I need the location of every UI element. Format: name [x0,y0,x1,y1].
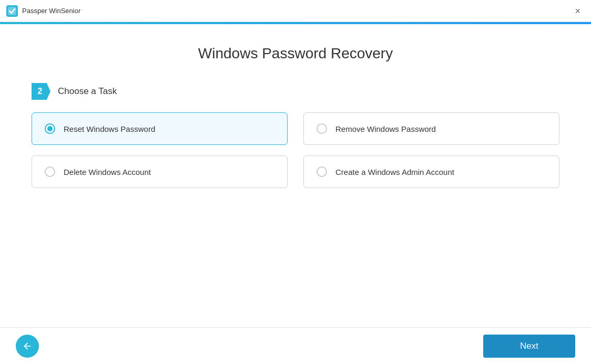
radio-delete [45,167,55,177]
option-label-reset: Reset Windows Password [64,124,155,133]
back-button[interactable] [16,335,39,358]
options-grid: Reset Windows Password Remove Windows Pa… [32,112,559,188]
option-label-delete: Delete Windows Account [64,168,151,176]
page-title: Windows Password Recovery [198,45,393,62]
radio-create [317,167,327,177]
option-delete[interactable]: Delete Windows Account [32,155,288,188]
back-icon [22,341,33,351]
step-label: Choose a Task [58,86,117,97]
step-row: 2 Choose a Task [32,83,559,100]
bottom-bar: Next [0,327,591,364]
app-title: Passper WinSenior [22,7,570,15]
radio-inner-reset [47,126,53,131]
main-content: Windows Password Recovery 2 Choose a Tas… [0,24,591,327]
title-bar: Passper WinSenior × [0,0,591,22]
step-badge: 2 [32,83,50,100]
app-icon [6,5,18,17]
option-remove[interactable]: Remove Windows Password [303,112,559,145]
option-label-remove: Remove Windows Password [335,124,436,133]
next-button[interactable]: Next [483,335,575,358]
close-button[interactable]: × [570,4,585,18]
option-create[interactable]: Create a Windows Admin Account [303,155,559,188]
option-reset[interactable]: Reset Windows Password [32,112,288,145]
radio-reset [45,123,55,134]
option-label-create: Create a Windows Admin Account [335,168,454,176]
radio-remove [317,123,327,134]
